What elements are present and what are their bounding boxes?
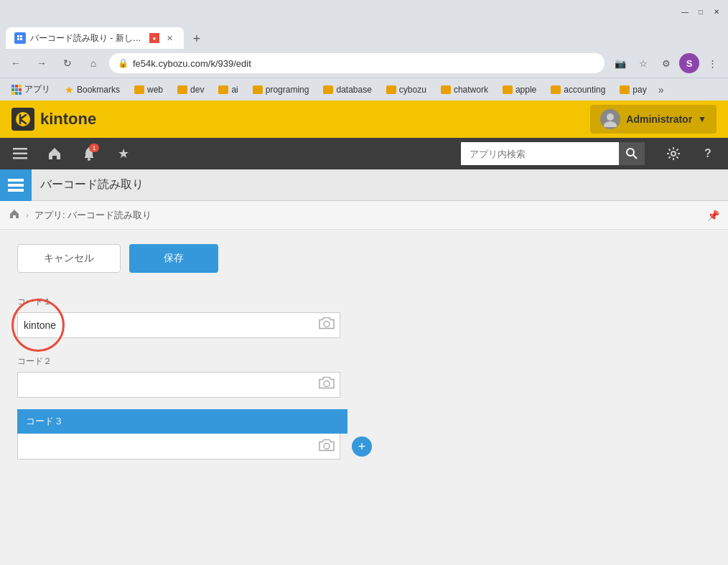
svg-point-14 xyxy=(16,112,30,126)
menu-button[interactable]: ⋮ xyxy=(702,53,722,73)
search-input[interactable] xyxy=(461,142,619,165)
bookmark-chatwork[interactable]: chatwork xyxy=(435,83,494,96)
code1-camera-icon[interactable] xyxy=(319,317,335,334)
svg-rect-9 xyxy=(15,88,18,91)
settings-icon[interactable] xyxy=(662,142,685,165)
pin-icon[interactable]: 📌 xyxy=(707,210,719,221)
svg-rect-19 xyxy=(13,157,27,159)
help-icon[interactable]: ? xyxy=(696,142,719,165)
app-title-icon xyxy=(0,169,32,201)
username: Administrator xyxy=(626,113,692,125)
cast-icon[interactable]: 📷 xyxy=(610,53,630,73)
action-buttons: キャンセル 保存 xyxy=(17,244,711,273)
save-button[interactable]: 保存 xyxy=(129,244,218,273)
browser-chrome: — □ ✕ バーコード読み取り - 新しいレコー ● ✕ + ← → ↻ ⌂ 🔒… xyxy=(0,0,728,101)
bookmark-star-icon[interactable]: ☆ xyxy=(633,53,653,73)
bookmark-apple[interactable]: apple xyxy=(497,83,542,96)
bookmarks-more-button[interactable]: » xyxy=(655,83,667,97)
menu-icon[interactable] xyxy=(9,142,32,165)
reload-button[interactable]: ↻ xyxy=(57,53,78,73)
code2-field-group: コード２ xyxy=(17,350,711,398)
active-tab[interactable]: バーコード読み取り - 新しいレコー ● ✕ xyxy=(6,27,184,49)
svg-point-16 xyxy=(604,121,617,127)
kintone-nav: 1 ★ ? xyxy=(0,138,728,169)
kintone-logo-icon xyxy=(11,108,34,131)
svg-point-22 xyxy=(627,149,634,156)
svg-point-21 xyxy=(88,158,90,161)
kintone-logo-text: kintone xyxy=(40,110,96,129)
kintone-app: kintone Administrator ▼ 1 ★ xyxy=(0,101,728,480)
url-text: fe54k.cybozu.com/k/939/edit xyxy=(133,58,251,69)
code2-camera-icon[interactable] xyxy=(319,377,335,393)
app-title-text: バーコード読み取り xyxy=(32,177,152,192)
bookmark-dev-label: dev xyxy=(190,85,204,95)
address-right-icons: 📷 ☆ ⚙ S ⋮ xyxy=(610,53,722,73)
notification-icon[interactable]: 1 xyxy=(78,142,101,165)
svg-rect-27 xyxy=(8,189,24,192)
bookmark-database-label: database xyxy=(336,85,371,95)
minimize-button[interactable]: — xyxy=(679,6,691,17)
search-button[interactable] xyxy=(619,142,645,165)
bookmark-pay[interactable]: pay xyxy=(614,83,652,96)
cancel-button[interactable]: キャンセル xyxy=(17,244,121,273)
bookmarks-bar: アプリ ★ Bookmarks web dev ai programing da… xyxy=(0,78,728,101)
breadcrumb-bar: › アプリ: バーコード読み取り 📌 xyxy=(0,201,728,230)
search-area xyxy=(461,142,645,165)
bookmark-database[interactable]: database xyxy=(317,83,377,96)
svg-point-15 xyxy=(607,113,614,121)
svg-rect-8 xyxy=(11,88,14,91)
form-fields: コード１ kintone xyxy=(17,290,711,459)
kintone-header: kintone Administrator ▼ xyxy=(0,101,728,138)
url-bar[interactable]: 🔒 fe54k.cybozu.com/k/939/edit xyxy=(109,53,605,73)
user-profile-icon[interactable]: S xyxy=(679,53,699,73)
add-field-button[interactable]: + xyxy=(352,436,372,457)
svg-rect-5 xyxy=(11,85,14,88)
breadcrumb-home-icon[interactable] xyxy=(9,208,20,223)
svg-rect-26 xyxy=(8,184,24,187)
svg-line-23 xyxy=(633,155,637,159)
bookmark-accounting[interactable]: accounting xyxy=(545,83,611,96)
svg-rect-18 xyxy=(13,153,27,155)
svg-rect-20 xyxy=(85,157,93,158)
bookmark-web[interactable]: web xyxy=(129,83,169,96)
svg-point-24 xyxy=(671,151,676,156)
extensions-icon[interactable]: ⚙ xyxy=(656,53,676,73)
svg-rect-13 xyxy=(19,92,22,95)
bookmark-cybozu-label: cybozu xyxy=(399,85,426,95)
favorites-icon[interactable]: ★ xyxy=(112,142,135,165)
back-button[interactable]: ← xyxy=(6,53,26,73)
svg-rect-17 xyxy=(13,148,27,150)
bookmark-cybozu[interactable]: cybozu xyxy=(381,83,432,96)
kintone-user-area[interactable]: Administrator ▼ xyxy=(590,105,717,134)
svg-rect-6 xyxy=(15,85,18,88)
tab-close-button[interactable]: ✕ xyxy=(164,32,175,44)
code1-label: コード１ xyxy=(17,290,711,308)
breadcrumb-separator: › xyxy=(26,210,29,220)
bookmark-programing[interactable]: programing xyxy=(247,83,315,96)
maximize-button[interactable]: □ xyxy=(695,6,706,17)
home-icon[interactable] xyxy=(43,142,66,165)
svg-rect-10 xyxy=(19,88,22,91)
new-tab-button[interactable]: + xyxy=(187,29,207,49)
address-bar: ← → ↻ ⌂ 🔒 fe54k.cybozu.com/k/939/edit 📷 … xyxy=(0,49,728,78)
bookmark-ai-label: ai xyxy=(231,85,238,95)
bookmark-programing-label: programing xyxy=(266,85,309,95)
bookmark-bookmarks-label: Bookmarks xyxy=(77,85,120,95)
home-button[interactable]: ⌂ xyxy=(83,53,103,73)
bookmark-chatwork-label: chatwork xyxy=(454,85,488,95)
close-button[interactable]: ✕ xyxy=(711,6,722,17)
svg-rect-3 xyxy=(20,35,22,37)
svg-rect-2 xyxy=(17,38,19,40)
svg-rect-4 xyxy=(20,38,22,40)
user-dropdown-icon[interactable]: ▼ xyxy=(698,114,706,124)
svg-rect-11 xyxy=(11,92,14,95)
bookmark-ai[interactable]: ai xyxy=(213,83,243,96)
bookmark-apps[interactable]: アプリ xyxy=(6,82,56,97)
svg-point-30 xyxy=(324,444,330,449)
code3-camera-icon[interactable] xyxy=(319,439,335,454)
forward-button[interactable]: → xyxy=(32,53,52,73)
bookmark-web-label: web xyxy=(147,85,163,95)
bookmark-dev[interactable]: dev xyxy=(172,83,210,96)
notification-badge: 1 xyxy=(89,144,99,152)
bookmark-bookmarks[interactable]: ★ Bookmarks xyxy=(59,83,126,97)
